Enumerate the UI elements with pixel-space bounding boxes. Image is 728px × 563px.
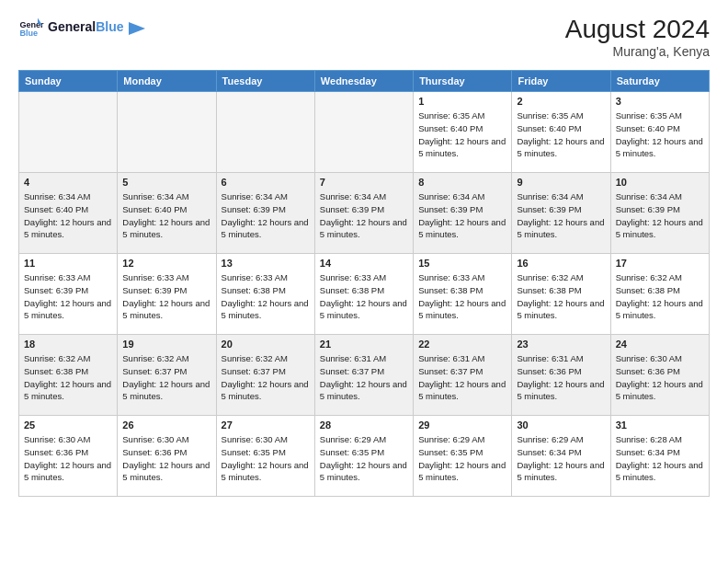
svg-text:Blue: Blue [19,29,38,38]
cell-sun-info: Sunrise: 6:30 AMSunset: 6:36 PMDaylight:… [616,352,704,403]
cell-sun-info: Sunrise: 6:29 AMSunset: 6:35 PMDaylight:… [320,433,408,484]
weekday-header-monday: Monday [118,71,216,92]
day-number: 24 [616,339,704,350]
weekday-header-saturday: Saturday [610,71,709,92]
calendar-cell: 12Sunrise: 6:33 AMSunset: 6:39 PMDayligh… [118,254,216,335]
day-number: 20 [222,339,310,350]
day-number: 22 [418,339,506,350]
calendar-cell [118,92,216,173]
weekday-header-row: SundayMondayTuesdayWednesdayThursdayFrid… [19,71,710,92]
cell-sun-info: Sunrise: 6:29 AMSunset: 6:34 PMDaylight:… [517,433,605,484]
day-number: 23 [517,339,605,350]
day-number: 5 [122,177,210,188]
cell-sun-info: Sunrise: 6:32 AMSunset: 6:38 PMDaylight:… [616,271,704,322]
cell-sun-info: Sunrise: 6:33 AMSunset: 6:38 PMDaylight:… [418,271,506,322]
calendar-cell: 26Sunrise: 6:30 AMSunset: 6:36 PMDayligh… [118,416,216,497]
day-number: 13 [222,258,310,269]
calendar-cell: 23Sunrise: 6:31 AMSunset: 6:36 PMDayligh… [512,335,610,416]
logo-icon: General Blue [18,15,44,40]
calendar-body: 1Sunrise: 6:35 AMSunset: 6:40 PMDaylight… [19,92,710,497]
cell-sun-info: Sunrise: 6:34 AMSunset: 6:39 PMDaylight:… [222,190,310,241]
day-number: 11 [24,258,112,269]
cell-sun-info: Sunrise: 6:34 AMSunset: 6:39 PMDaylight:… [320,190,408,241]
calendar-cell: 8Sunrise: 6:34 AMSunset: 6:39 PMDaylight… [414,173,512,254]
day-number: 21 [320,339,408,350]
calendar-week-row: 4Sunrise: 6:34 AMSunset: 6:40 PMDaylight… [19,173,710,254]
calendar-cell: 1Sunrise: 6:35 AMSunset: 6:40 PMDaylight… [414,92,512,173]
location-subtitle: Murang'a, Kenya [565,44,710,59]
day-number: 3 [616,96,704,107]
cell-sun-info: Sunrise: 6:31 AMSunset: 6:36 PMDaylight:… [517,352,605,403]
cell-sun-info: Sunrise: 6:33 AMSunset: 6:38 PMDaylight:… [222,271,310,322]
cell-sun-info: Sunrise: 6:34 AMSunset: 6:39 PMDaylight:… [517,190,605,241]
cell-sun-info: Sunrise: 6:33 AMSunset: 6:38 PMDaylight:… [320,271,408,322]
day-number: 8 [418,177,506,188]
calendar-cell: 7Sunrise: 6:34 AMSunset: 6:39 PMDaylight… [314,173,413,254]
cell-sun-info: Sunrise: 6:32 AMSunset: 6:38 PMDaylight:… [517,271,605,322]
calendar-cell: 19Sunrise: 6:32 AMSunset: 6:37 PMDayligh… [118,335,216,416]
cell-sun-info: Sunrise: 6:35 AMSunset: 6:40 PMDaylight:… [616,109,704,160]
arrow-logo-icon [129,22,145,35]
calendar-cell: 21Sunrise: 6:31 AMSunset: 6:37 PMDayligh… [314,335,413,416]
calendar-table: SundayMondayTuesdayWednesdayThursdayFrid… [18,70,710,497]
cell-sun-info: Sunrise: 6:28 AMSunset: 6:34 PMDaylight:… [616,433,704,484]
calendar-cell: 5Sunrise: 6:34 AMSunset: 6:40 PMDaylight… [118,173,216,254]
day-number: 31 [616,419,704,431]
calendar-week-row: 18Sunrise: 6:32 AMSunset: 6:38 PMDayligh… [19,335,710,416]
weekday-header-tuesday: Tuesday [216,71,314,92]
cell-sun-info: Sunrise: 6:31 AMSunset: 6:37 PMDaylight:… [418,352,506,403]
weekday-header-wednesday: Wednesday [314,71,413,92]
cell-sun-info: Sunrise: 6:30 AMSunset: 6:36 PMDaylight:… [24,433,112,484]
calendar-cell: 3Sunrise: 6:35 AMSunset: 6:40 PMDaylight… [610,92,709,173]
calendar-cell: 4Sunrise: 6:34 AMSunset: 6:40 PMDaylight… [19,173,118,254]
calendar-cell: 22Sunrise: 6:31 AMSunset: 6:37 PMDayligh… [414,335,512,416]
calendar-cell: 11Sunrise: 6:33 AMSunset: 6:39 PMDayligh… [19,254,118,335]
cell-sun-info: Sunrise: 6:35 AMSunset: 6:40 PMDaylight:… [418,109,506,160]
cell-sun-info: Sunrise: 6:30 AMSunset: 6:35 PMDaylight:… [222,433,310,484]
cell-sun-info: Sunrise: 6:32 AMSunset: 6:38 PMDaylight:… [24,352,112,403]
calendar-cell [216,92,314,173]
logo: General Blue GeneralBlue [18,15,145,40]
weekday-header-thursday: Thursday [414,71,512,92]
day-number: 4 [24,177,112,188]
weekday-header-friday: Friday [512,71,610,92]
calendar-cell: 31Sunrise: 6:28 AMSunset: 6:34 PMDayligh… [610,416,709,497]
day-number: 16 [517,258,605,269]
calendar-cell: 17Sunrise: 6:32 AMSunset: 6:38 PMDayligh… [610,254,709,335]
calendar-cell: 13Sunrise: 6:33 AMSunset: 6:38 PMDayligh… [216,254,314,335]
calendar-cell: 30Sunrise: 6:29 AMSunset: 6:34 PMDayligh… [512,416,610,497]
weekday-header-sunday: Sunday [19,71,118,92]
cell-sun-info: Sunrise: 6:34 AMSunset: 6:40 PMDaylight:… [24,190,112,241]
cell-sun-info: Sunrise: 6:33 AMSunset: 6:39 PMDaylight:… [24,271,112,322]
day-number: 12 [122,258,210,269]
day-number: 9 [517,177,605,188]
cell-sun-info: Sunrise: 6:35 AMSunset: 6:40 PMDaylight:… [517,109,605,160]
cell-sun-info: Sunrise: 6:34 AMSunset: 6:39 PMDaylight:… [616,190,704,241]
day-number: 14 [320,258,408,269]
calendar-cell: 6Sunrise: 6:34 AMSunset: 6:39 PMDaylight… [216,173,314,254]
calendar-cell: 27Sunrise: 6:30 AMSunset: 6:35 PMDayligh… [216,416,314,497]
day-number: 7 [320,177,408,188]
cell-sun-info: Sunrise: 6:30 AMSunset: 6:36 PMDaylight:… [122,433,210,484]
day-number: 19 [122,339,210,350]
calendar-cell: 15Sunrise: 6:33 AMSunset: 6:38 PMDayligh… [414,254,512,335]
cell-sun-info: Sunrise: 6:32 AMSunset: 6:37 PMDaylight:… [222,352,310,403]
calendar-cell [314,92,413,173]
day-number: 1 [418,96,506,107]
day-number: 28 [320,419,408,431]
calendar-cell: 2Sunrise: 6:35 AMSunset: 6:40 PMDaylight… [512,92,610,173]
calendar-cell: 24Sunrise: 6:30 AMSunset: 6:36 PMDayligh… [610,335,709,416]
day-number: 10 [616,177,704,188]
day-number: 27 [222,419,310,431]
cell-sun-info: Sunrise: 6:33 AMSunset: 6:39 PMDaylight:… [122,271,210,322]
cell-sun-info: Sunrise: 6:29 AMSunset: 6:35 PMDaylight:… [418,433,506,484]
calendar-cell: 10Sunrise: 6:34 AMSunset: 6:39 PMDayligh… [610,173,709,254]
calendar-cell: 20Sunrise: 6:32 AMSunset: 6:37 PMDayligh… [216,335,314,416]
day-number: 2 [517,96,605,107]
day-number: 17 [616,258,704,269]
calendar-cell: 18Sunrise: 6:32 AMSunset: 6:38 PMDayligh… [19,335,118,416]
title-block: August 2024 Murang'a, Kenya [565,15,710,59]
calendar-cell: 14Sunrise: 6:33 AMSunset: 6:38 PMDayligh… [314,254,413,335]
calendar-cell: 29Sunrise: 6:29 AMSunset: 6:35 PMDayligh… [414,416,512,497]
cell-sun-info: Sunrise: 6:34 AMSunset: 6:40 PMDaylight:… [122,190,210,241]
